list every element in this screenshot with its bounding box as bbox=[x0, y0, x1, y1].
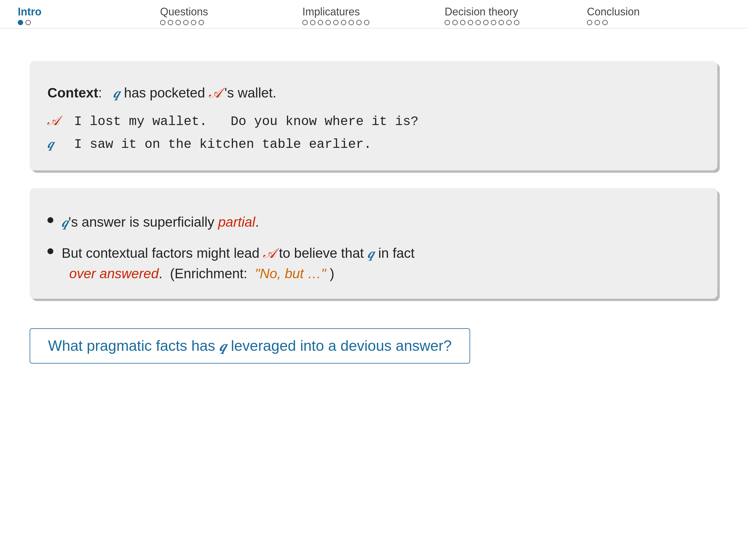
dialogue-text-b: I saw it on the kitchen table earlier. bbox=[74, 133, 371, 156]
bullet-2-enrichment: "No, but …" bbox=[255, 266, 326, 281]
nav-dot-intro-1 bbox=[25, 20, 31, 25]
nav-dot-implicatures-3 bbox=[326, 20, 331, 25]
dialogue-line-b: 𝒒 I saw it on the kitchen table earlier. bbox=[47, 133, 700, 156]
nav-bar: IntroQuestionsImplicaturesDecision theor… bbox=[0, 0, 747, 28]
nav-dot-implicatures-0 bbox=[302, 20, 308, 25]
bullet-1-text: 𝒒's answer is superficially partial. bbox=[62, 212, 259, 232]
nav-dot-conclusion-1 bbox=[595, 20, 600, 25]
context-suffix: 's wallet. bbox=[224, 85, 276, 101]
nav-dots-questions bbox=[160, 20, 204, 25]
context-B: 𝒒 bbox=[113, 85, 120, 101]
nav-section-intro[interactable]: Intro bbox=[18, 5, 160, 25]
nav-section-title-conclusion: Conclusion bbox=[587, 5, 640, 18]
nav-dot-implicatures-7 bbox=[356, 20, 362, 25]
nav-section-questions[interactable]: Questions bbox=[160, 5, 302, 25]
bullet-item-1: 𝒒's answer is superficially partial. bbox=[47, 212, 700, 232]
context-text: has pocketed bbox=[124, 85, 209, 101]
nav-dot-questions-5 bbox=[199, 20, 204, 25]
nav-section-title-intro: Intro bbox=[18, 5, 42, 18]
nav-dot-decision-theory-0 bbox=[445, 20, 450, 25]
nav-dot-implicatures-6 bbox=[349, 20, 354, 25]
bullet-item-2: But contextual factors might lead 𝒜 to b… bbox=[47, 243, 700, 284]
nav-dot-decision-theory-7 bbox=[498, 20, 504, 25]
nav-dot-decision-theory-9 bbox=[514, 20, 519, 25]
nav-dots-decision-theory bbox=[445, 20, 519, 25]
speaker-b: 𝒒 bbox=[47, 133, 65, 155]
nav-section-conclusion[interactable]: Conclusion bbox=[587, 5, 729, 25]
nav-dot-implicatures-4 bbox=[333, 20, 338, 25]
context-A: 𝒜 bbox=[209, 85, 221, 101]
nav-section-title-implicatures: Implicatures bbox=[302, 5, 360, 18]
bottom-B: 𝒒 bbox=[220, 338, 227, 354]
nav-dot-conclusion-2 bbox=[602, 20, 608, 25]
nav-dot-questions-1 bbox=[168, 20, 173, 25]
speaker-a: 𝒜 bbox=[47, 110, 65, 132]
nav-section-title-decision-theory: Decision theory bbox=[445, 5, 518, 18]
context-label: Context bbox=[47, 85, 98, 101]
nav-dots-intro bbox=[18, 20, 31, 25]
context-line: Context: 𝒒 has pocketed 𝒜 's wallet. bbox=[47, 85, 700, 101]
bullet-list: 𝒒's answer is superficially partial. But… bbox=[47, 212, 700, 284]
bullet-2-A: 𝒜 bbox=[263, 246, 275, 261]
bullet-2-over-answered: over answered bbox=[69, 266, 159, 281]
bullet-1-B: 𝒒 bbox=[62, 215, 69, 230]
nav-dot-implicatures-8 bbox=[364, 20, 369, 25]
nav-dots-implicatures bbox=[302, 20, 369, 25]
example-box: Context: 𝒒 has pocketed 𝒜 's wallet. 𝒜 I… bbox=[30, 61, 717, 170]
nav-section-decision-theory[interactable]: Decision theory bbox=[445, 5, 587, 25]
nav-dot-decision-theory-6 bbox=[491, 20, 496, 25]
nav-dot-decision-theory-8 bbox=[506, 20, 512, 25]
nav-dot-decision-theory-1 bbox=[452, 20, 458, 25]
bottom-question-container: What pragmatic facts has 𝒒 leveraged int… bbox=[30, 322, 717, 364]
nav-dot-questions-4 bbox=[191, 20, 196, 25]
bullet-2-text: But contextual factors might lead 𝒜 to b… bbox=[62, 243, 415, 284]
dialogue-block: 𝒜 I lost my wallet. Do you know where it… bbox=[47, 110, 700, 156]
nav-dot-decision-theory-4 bbox=[475, 20, 481, 25]
nav-dot-decision-theory-2 bbox=[460, 20, 465, 25]
bullet-2-B: 𝒒 bbox=[367, 246, 375, 261]
nav-dot-implicatures-2 bbox=[318, 20, 323, 25]
bullet-dot-2 bbox=[47, 248, 53, 254]
nav-dot-questions-0 bbox=[160, 20, 165, 25]
bullet-1-partial: partial bbox=[218, 214, 255, 230]
dialogue-line-a: 𝒜 I lost my wallet. Do you know where it… bbox=[47, 110, 700, 133]
nav-dot-implicatures-5 bbox=[341, 20, 346, 25]
nav-dot-decision-theory-5 bbox=[483, 20, 489, 25]
nav-dot-questions-2 bbox=[176, 20, 181, 25]
nav-dot-questions-3 bbox=[183, 20, 188, 25]
nav-dot-decision-theory-3 bbox=[468, 20, 473, 25]
dialogue-text-a: I lost my wallet. Do you know where it i… bbox=[74, 110, 418, 133]
bottom-question: What pragmatic facts has 𝒒 leveraged int… bbox=[30, 328, 470, 364]
nav-dots-conclusion bbox=[587, 20, 608, 25]
nav-section-implicatures[interactable]: Implicatures bbox=[302, 5, 445, 25]
nav-dot-implicatures-1 bbox=[310, 20, 315, 25]
observations-box: 𝒒's answer is superficially partial. But… bbox=[30, 188, 717, 299]
nav-section-title-questions: Questions bbox=[160, 5, 208, 18]
nav-dot-intro-0 bbox=[18, 20, 23, 25]
nav-dot-conclusion-0 bbox=[587, 20, 592, 25]
main-content: Context: 𝒒 has pocketed 𝒜 's wallet. 𝒜 I… bbox=[0, 28, 747, 375]
bullet-dot-1 bbox=[47, 217, 53, 223]
